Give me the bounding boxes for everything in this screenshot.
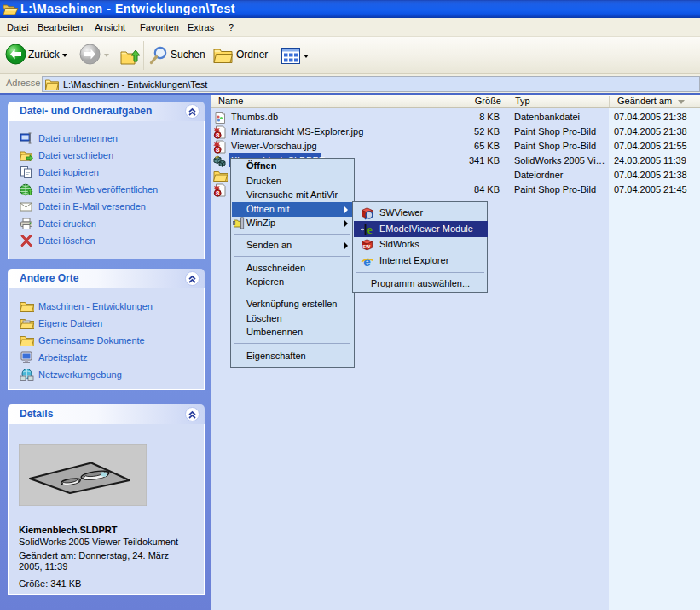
svg-text:e: e: [367, 224, 372, 236]
svg-text:SW: SW: [362, 244, 371, 249]
svg-text:e: e: [363, 254, 371, 268]
svg-text:8: 8: [216, 131, 220, 139]
svg-text:8: 8: [216, 146, 220, 154]
svg-text:8: 8: [216, 189, 220, 197]
